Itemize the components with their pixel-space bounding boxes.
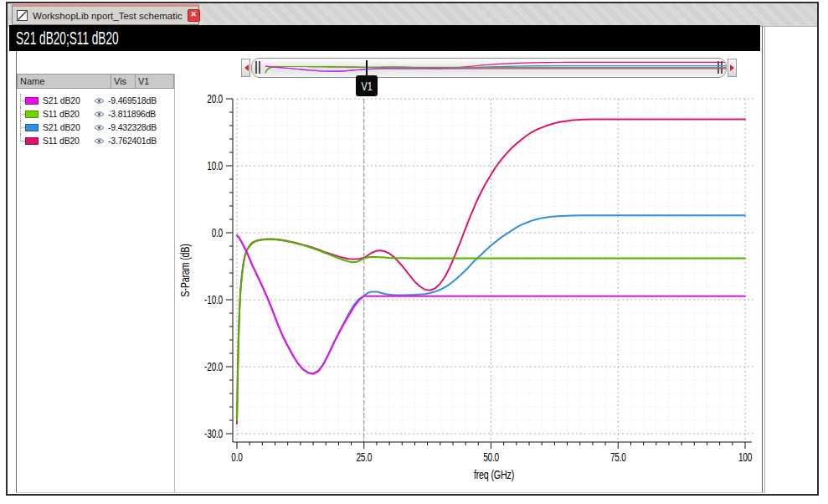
- legend-v1-value: -3.811896dB: [108, 109, 156, 119]
- svg-text:10.0: 10.0: [207, 159, 223, 172]
- svg-text:0.0: 0.0: [212, 226, 224, 239]
- legend-header: Name Vis V1: [17, 74, 174, 89]
- svg-text:50.0: 50.0: [483, 450, 499, 464]
- svg-text:20.0: 20.0: [207, 92, 223, 105]
- overview-mini-plot: [260, 59, 727, 77]
- legend-v1-value: -3.762401dB: [108, 136, 157, 146]
- svg-text:75.0: 75.0: [610, 450, 626, 464]
- legend-row[interactable]: S11 dB20-3.811896dB: [17, 107, 180, 121]
- svg-text:25.0: 25.0: [356, 450, 372, 464]
- svg-text:-20.0: -20.0: [204, 360, 223, 373]
- legend-header-name[interactable]: Name: [18, 75, 111, 88]
- eye-visibility-icon[interactable]: [90, 97, 108, 105]
- marker-flag-label: V1: [361, 79, 372, 93]
- legend-v1-value: -9.432328dB: [108, 122, 157, 132]
- legend-color-swatch: [25, 124, 39, 131]
- overview-strip: [241, 58, 737, 78]
- plot-title-bar: S21 dB20;S11 dB20: [9, 25, 760, 51]
- legend-row[interactable]: S21 dB20-9.432328dB: [17, 121, 180, 134]
- tree-connector-icon: [17, 94, 25, 107]
- schematic-icon: [17, 10, 28, 21]
- pane-right-border-outer: [764, 26, 765, 492]
- tree-connector-icon: [17, 134, 25, 147]
- marker-stem: [366, 60, 368, 75]
- eye-visibility-icon[interactable]: [90, 137, 108, 145]
- left-grip-handle[interactable]: [255, 61, 257, 74]
- tab-bar: WorkshopLib nport_Test schematic ✕: [8, 3, 817, 27]
- legend-color-swatch: [25, 137, 39, 145]
- tab-workshoplib-nport-test[interactable]: WorkshopLib nport_Test schematic ✕: [12, 4, 199, 25]
- eye-visibility-icon[interactable]: [90, 124, 108, 131]
- legend-header-v1[interactable]: V1: [136, 75, 173, 88]
- tab-close-icon[interactable]: ✕: [188, 9, 200, 22]
- legend-list: S21 dB20-9.469518dBS11 dB20-3.811896dBS2…: [17, 94, 180, 147]
- legend-color-swatch: [25, 97, 39, 105]
- tree-connector-icon: [17, 121, 25, 134]
- svg-text:-30.0: -30.0: [204, 427, 223, 440]
- scroll-right-arrow-icon[interactable]: [728, 59, 737, 77]
- tab-title: WorkshopLib nport_Test schematic: [33, 11, 183, 21]
- legend-trace-name: S21 dB20: [43, 95, 90, 105]
- legend-trace-name: S11 dB20: [43, 109, 90, 119]
- legend-color-swatch: [25, 111, 39, 118]
- svg-text:0.0: 0.0: [231, 450, 243, 464]
- sparam-chart[interactable]: 20.010.00.0-10.0-20.0-30.00.025.050.075.…: [176, 92, 762, 496]
- svg-text:freq (GHz): freq (GHz): [474, 467, 514, 481]
- legend-row[interactable]: S11 dB20-3.762401dB: [17, 134, 180, 147]
- legend-trace-name: S11 dB20: [43, 136, 90, 146]
- overview-track[interactable]: [251, 58, 727, 78]
- tree-connector-icon: [17, 107, 25, 121]
- eye-visibility-icon[interactable]: [90, 111, 108, 118]
- legend-header-vis[interactable]: Vis: [111, 75, 136, 88]
- legend-trace-name: S21 dB20: [43, 122, 90, 132]
- svg-text:S-Param (dB): S-Param (dB): [177, 244, 192, 296]
- svg-text:100: 100: [738, 450, 753, 464]
- waveform-window: WorkshopLib nport_Test schematic ✕ S21 d…: [6, 2, 819, 496]
- legend-v1-value: -9.469518dB: [108, 95, 157, 105]
- pane-right-border: [762, 26, 763, 492]
- legend-row[interactable]: S21 dB20-9.469518dB: [17, 94, 180, 107]
- plot-title: S21 dB20;S11 dB20: [16, 28, 119, 49]
- scroll-left-arrow-icon[interactable]: [241, 59, 250, 77]
- svg-text:-10.0: -10.0: [204, 293, 223, 306]
